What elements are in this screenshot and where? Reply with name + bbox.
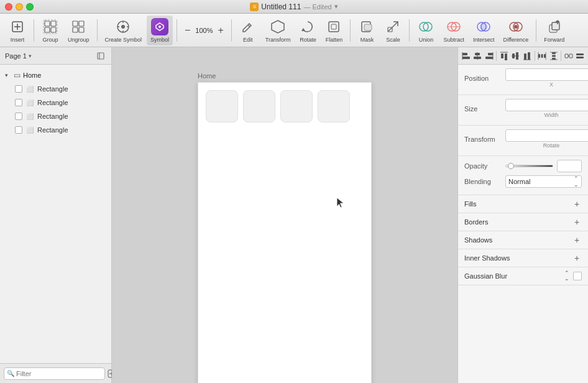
page-selector[interactable]: Page 1 ▾ — [5, 52, 32, 60]
toolbar-divider-4 — [231, 19, 232, 42]
list-item[interactable]: ⬜ Rectangle — [10, 82, 111, 96]
window-title: S Untitled 111 — Edited ▾ — [250, 2, 338, 11]
align-right-button[interactable] — [484, 50, 494, 62]
gaussian-blur-checkbox[interactable] — [573, 272, 582, 280]
filter-input-wrapper: 🔍 — [4, 367, 105, 380]
toolbar-symbol-button[interactable]: Symbol — [147, 16, 173, 45]
right-panel: Position X Y Size — [457, 47, 588, 383]
rectangle-shape[interactable] — [280, 90, 313, 122]
intersect-label: Intersect — [473, 37, 495, 43]
distribute-h-button[interactable] — [536, 50, 547, 62]
toolbar-ungroup-button[interactable]: Ungroup — [64, 16, 93, 45]
svg-marker-21 — [272, 21, 284, 33]
opacity-slider[interactable] — [505, 165, 553, 167]
toolbar-flatten-button[interactable]: Flatten — [321, 16, 346, 45]
toolbar-create-symbol-button[interactable]: Create Symbol — [101, 16, 146, 45]
close-button[interactable] — [5, 3, 12, 11]
toolbar-intersect-button[interactable]: Intersect — [469, 16, 498, 45]
scale-icon — [384, 18, 402, 35]
size-inputs: Width 🔒 Height — [505, 99, 588, 118]
svg-point-13 — [121, 25, 125, 29]
align-bottom-button[interactable] — [521, 50, 532, 62]
gaussian-blur-stepper[interactable]: ⌃⌄ — [564, 270, 569, 282]
position-row: Position X Y — [464, 68, 582, 88]
borders-add-button[interactable]: + — [572, 217, 582, 227]
toolbar-scale-button[interactable]: Scale — [380, 16, 405, 45]
edit-icon — [239, 18, 257, 35]
artboard[interactable] — [198, 82, 372, 383]
layer-visibility-checkbox[interactable] — [15, 126, 22, 134]
toolbar-subtract-button[interactable]: Subtract — [439, 16, 468, 45]
inner-shadows-add-button[interactable]: + — [572, 253, 582, 263]
distribute-v-button[interactable] — [548, 50, 559, 62]
zoom-value[interactable]: 100% — [193, 27, 215, 34]
toolbar-union-button[interactable]: Union — [413, 16, 438, 45]
blending-select[interactable]: Normal ⌃⌄ — [505, 175, 582, 188]
inner-shadows-section-header[interactable]: Inner Shadows + — [458, 249, 588, 267]
ungroup-icon — [70, 18, 87, 35]
rectangle-icon: ⬜ — [26, 86, 34, 93]
tree-toggle-icon: ▾ — [5, 72, 11, 78]
opacity-input[interactable] — [557, 160, 582, 172]
layer-visibility-checkbox[interactable] — [15, 85, 22, 93]
list-item[interactable]: ⬜ Rectangle — [10, 109, 111, 123]
filter-bar: 🔍 — [0, 363, 111, 383]
layer-visibility-checkbox[interactable] — [15, 113, 22, 120]
width-input-group: Width — [505, 99, 588, 118]
title-chevron[interactable]: ▾ — [334, 2, 338, 11]
fills-section-header[interactable]: Fills + — [458, 195, 588, 213]
rectangle-shape[interactable] — [318, 90, 350, 122]
fills-label: Fills — [464, 200, 572, 208]
union-icon — [417, 18, 434, 35]
svg-rect-5 — [45, 27, 50, 32]
align-toolbar — [458, 47, 588, 65]
more-align-options-button[interactable] — [563, 50, 574, 62]
scale-label: Scale — [386, 37, 400, 43]
svg-marker-22 — [301, 28, 305, 31]
width-input[interactable] — [505, 99, 588, 111]
forward-icon — [546, 18, 563, 35]
toolbar-difference-button[interactable]: Difference — [499, 16, 532, 45]
shadows-section-header[interactable]: Shadows + — [458, 231, 588, 249]
toolbar-group-button[interactable]: Group — [38, 16, 63, 45]
toolbar: Insert Group Ungroup — [0, 14, 588, 47]
x-input[interactable] — [505, 68, 588, 81]
borders-section-header[interactable]: Borders + — [458, 213, 588, 231]
group-label: Group — [42, 37, 58, 43]
zoom-in-button[interactable]: + — [216, 25, 224, 36]
layer-visibility-checkbox[interactable] — [15, 99, 22, 106]
filter-input[interactable] — [16, 370, 102, 377]
rotate-input[interactable] — [505, 129, 588, 142]
toolbar-edit-button[interactable]: Edit — [236, 16, 260, 45]
list-item[interactable]: ⬜ Rectangle — [10, 123, 111, 137]
layer-name: Rectangle — [37, 126, 68, 134]
svg-rect-78 — [569, 54, 572, 58]
align-divider-3 — [561, 51, 561, 61]
align-center-h-button[interactable] — [472, 50, 482, 62]
list-item[interactable]: ⬜ Rectangle — [10, 96, 111, 109]
toolbar-forward-button[interactable]: Forward — [540, 16, 568, 45]
toolbar-mask-button[interactable]: Mask — [354, 16, 379, 45]
toolbar-rotate-button[interactable]: Rotate — [295, 16, 320, 45]
rectangle-shape[interactable] — [206, 90, 238, 122]
canvas-area[interactable]: Home — [112, 47, 457, 383]
opacity-slider-thumb[interactable] — [508, 163, 514, 169]
toolbar-divider-6 — [409, 19, 410, 42]
zoom-out-button[interactable]: − — [183, 25, 191, 36]
rotate-label: Rotate — [505, 142, 588, 149]
align-middle-button[interactable] — [510, 50, 521, 62]
align-top-button[interactable] — [498, 50, 509, 62]
minimize-button[interactable] — [16, 3, 23, 11]
align-left-button[interactable] — [461, 50, 471, 62]
maximize-button[interactable] — [26, 3, 34, 11]
shadows-add-button[interactable]: + — [572, 235, 582, 245]
rectangle-shape[interactable] — [243, 90, 275, 122]
fills-add-button[interactable]: + — [572, 199, 582, 209]
traffic-lights — [5, 3, 34, 11]
opacity-section: Opacity Blending Normal ⌃⌄ — [458, 156, 588, 195]
tree-group-home-header[interactable]: ▾ ▭ Home — [0, 68, 111, 82]
toolbar-insert-button[interactable]: Insert — [5, 16, 30, 45]
more-options-button[interactable] — [575, 50, 586, 62]
panel-collapse-button[interactable] — [95, 50, 106, 62]
toolbar-transform-button[interactable]: Transform — [262, 16, 295, 45]
